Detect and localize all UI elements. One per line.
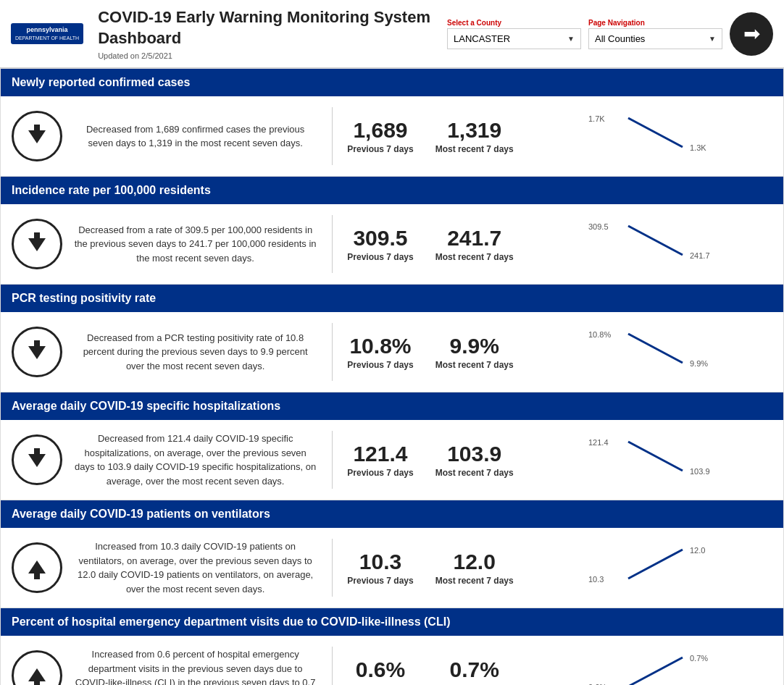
prev-value-hospitalizations: 121.4	[347, 442, 413, 466]
svg-rect-6	[34, 232, 40, 247]
prev-stat-ventilators: 10.3 Previous 7 days	[347, 550, 413, 586]
updated-date: Updated on 2/5/2021	[98, 51, 447, 60]
svg-text:309.5: 309.5	[588, 222, 609, 231]
svg-line-24	[628, 550, 683, 579]
nav-dropdown-arrow: ▼	[709, 35, 716, 43]
prev-label-incidence-rate: Previous 7 days	[347, 252, 413, 262]
recent-label-confirmed-cases: Most recent 7 days	[435, 144, 514, 154]
recent-label-ventilators: Most recent 7 days	[435, 576, 514, 586]
section-header-confirmed-cases: Newly reported confirmed cases	[1, 69, 783, 96]
prev-stat-cli: 0.6% Previous 7 days	[347, 657, 413, 685]
county-select[interactable]: LANCASTER ▼	[447, 28, 581, 49]
section-ventilators: Average daily COVID-19 patients on venti…	[0, 500, 784, 608]
svg-rect-16	[34, 448, 40, 463]
chart-pcr-positivity: 10.8% 9.9%	[528, 327, 772, 377]
section-body-cli: Increased from 0.6 percent of hospital e…	[1, 636, 783, 685]
stats-hospitalizations: 121.4 Previous 7 days 103.9 Most recent …	[347, 442, 513, 478]
nav-label: Page Navigation	[588, 19, 722, 27]
svg-text:10.8%: 10.8%	[588, 330, 611, 339]
recent-value-pcr-positivity: 9.9%	[435, 334, 514, 358]
svg-line-29	[628, 657, 683, 685]
svg-text:12.0: 12.0	[690, 546, 705, 555]
svg-line-14	[628, 334, 683, 363]
county-value: LANCASTER	[454, 33, 510, 44]
stats-cli: 0.6% Previous 7 days 0.7% Most recent 7 …	[347, 657, 513, 685]
controls-area: Select a County LANCASTER ▼ Page Navigat…	[447, 12, 773, 56]
recent-value-confirmed-cases: 1,319	[435, 118, 514, 143]
section-body-incidence-rate: Decreased from a rate of 309.5 per 100,0…	[1, 204, 783, 284]
divider-cli	[332, 647, 333, 685]
recent-value-cli: 0.7%	[435, 657, 514, 682]
section-header-pcr-positivity: PCR testing positivity rate	[1, 285, 783, 312]
divider-ventilators	[332, 539, 333, 597]
section-confirmed-cases: Newly reported confirmed cases Decreased…	[0, 68, 784, 177]
direction-icon-pcr-positivity	[12, 327, 62, 377]
divider-pcr-positivity	[332, 323, 333, 381]
direction-icon-ventilators	[12, 542, 62, 593]
direction-icon-confirmed-cases	[12, 111, 62, 161]
description-hospitalizations: Decreased from 121.4 daily COVID-19 spec…	[73, 432, 317, 488]
chart-cli: 0.6% 0.7%	[528, 650, 772, 685]
recent-label-incidence-rate: Most recent 7 days	[435, 252, 514, 262]
stats-confirmed-cases: 1,689 Previous 7 days 1,319 Most recent …	[347, 118, 513, 154]
divider-confirmed-cases	[332, 107, 333, 165]
description-cli: Increased from 0.6 percent of hospital e…	[73, 647, 317, 685]
section-body-pcr-positivity: Decreased from a PCR testing positivity …	[1, 312, 783, 392]
recent-label-hospitalizations: Most recent 7 days	[435, 468, 514, 478]
stats-pcr-positivity: 10.8% Previous 7 days 9.9% Most recent 7…	[347, 334, 513, 370]
svg-rect-11	[34, 340, 40, 355]
prev-label-hospitalizations: Previous 7 days	[347, 468, 413, 478]
section-header-cli: Percent of hospital emergency department…	[1, 608, 783, 636]
direction-icon-incidence-rate	[12, 219, 62, 269]
prev-label-pcr-positivity: Previous 7 days	[347, 360, 413, 370]
svg-rect-1	[34, 125, 40, 139]
nav-arrow-button[interactable]: ➡	[730, 12, 773, 56]
section-header-ventilators: Average daily COVID-19 patients on venti…	[1, 500, 783, 528]
recent-stat-confirmed-cases: 1,319 Most recent 7 days	[435, 118, 514, 154]
chart-ventilators: 10.3 12.0	[528, 542, 772, 593]
prev-stat-pcr-positivity: 10.8% Previous 7 days	[347, 334, 413, 370]
logo-area: pennsylvania DEPARTMENT OF HEALTH	[11, 23, 83, 44]
svg-line-19	[628, 442, 683, 471]
page-header: pennsylvania DEPARTMENT OF HEALTH COVID-…	[0, 0, 784, 68]
svg-text:9.9%: 9.9%	[690, 359, 708, 368]
logo-text-line1: pennsylvania	[27, 26, 68, 33]
section-hospitalizations: Average daily COVID-19 specific hospital…	[0, 392, 784, 500]
county-dropdown-arrow: ▼	[567, 35, 575, 43]
svg-line-4	[628, 118, 683, 147]
svg-rect-26	[34, 673, 40, 685]
pa-logo: pennsylvania DEPARTMENT OF HEALTH	[11, 23, 83, 44]
sections-container: Newly reported confirmed cases Decreased…	[0, 68, 784, 685]
recent-stat-cli: 0.7% Most recent 7 days	[435, 657, 514, 685]
section-pcr-positivity: PCR testing positivity rate Decreased fr…	[0, 285, 784, 392]
county-dropdown-group: Select a County LANCASTER ▼	[447, 19, 581, 49]
prev-label-ventilators: Previous 7 days	[347, 576, 413, 586]
chart-confirmed-cases: 1.7K 1.3K	[528, 111, 772, 161]
chart-hospitalizations: 121.4 103.9	[528, 434, 772, 485]
svg-line-9	[628, 226, 683, 255]
direction-icon-hospitalizations	[12, 434, 62, 485]
prev-stat-confirmed-cases: 1,689 Previous 7 days	[347, 118, 413, 154]
svg-text:121.4: 121.4	[588, 438, 609, 447]
description-ventilators: Increased from 10.3 daily COVID-19 patie…	[73, 539, 317, 596]
title-area: COVID-19 Early Warning Monitoring System…	[98, 7, 447, 60]
recent-label-pcr-positivity: Most recent 7 days	[435, 360, 514, 370]
prev-stat-hospitalizations: 121.4 Previous 7 days	[347, 442, 413, 478]
description-confirmed-cases: Decreased from 1,689 confirmed cases the…	[73, 122, 317, 151]
description-pcr-positivity: Decreased from a PCR testing positivity …	[73, 331, 317, 374]
recent-stat-incidence-rate: 241.7 Most recent 7 days	[435, 226, 514, 262]
svg-text:241.7: 241.7	[690, 251, 710, 260]
nav-dropdown-group: Page Navigation All Counties ▼	[588, 19, 722, 49]
prev-value-confirmed-cases: 1,689	[347, 118, 413, 143]
svg-text:0.7%: 0.7%	[690, 654, 708, 663]
nav-select[interactable]: All Counties ▼	[588, 28, 722, 49]
svg-text:1.7K: 1.7K	[588, 114, 605, 123]
prev-value-ventilators: 10.3	[347, 550, 413, 574]
direction-icon-cli	[12, 650, 62, 685]
section-incidence-rate: Incidence rate per 100,000 residents Dec…	[0, 177, 784, 285]
prev-value-cli: 0.6%	[347, 657, 413, 682]
divider-incidence-rate	[332, 215, 333, 273]
recent-value-ventilators: 12.0	[435, 550, 514, 574]
svg-rect-21	[34, 565, 40, 579]
svg-text:1.3K: 1.3K	[690, 143, 706, 152]
